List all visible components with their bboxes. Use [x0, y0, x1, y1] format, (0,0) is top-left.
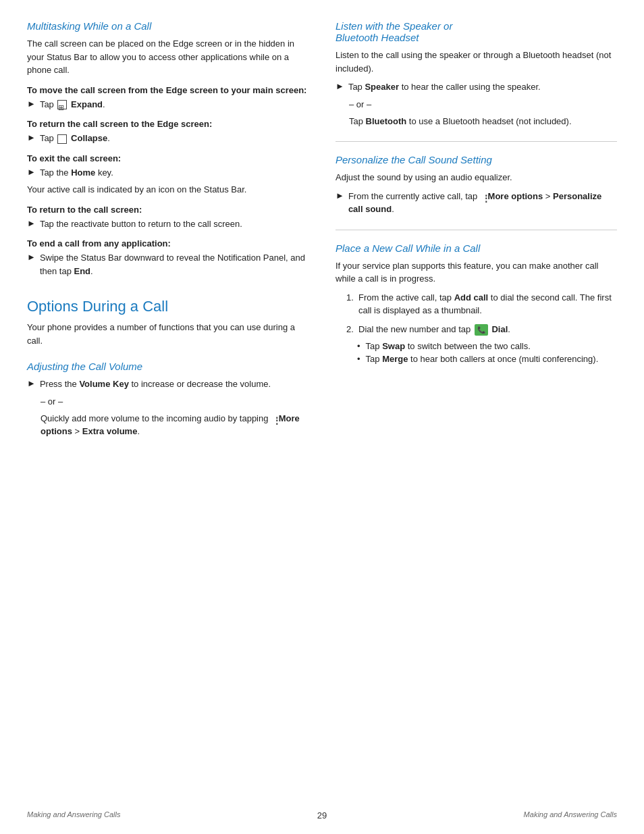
divider-1 — [336, 141, 617, 142]
section-options-header: Options During a Call Your phone provide… — [27, 298, 308, 347]
expand-text: Tap Expand. — [40, 98, 308, 111]
arrow-icon-7: ► — [336, 81, 344, 91]
arrow-icon-4: ► — [27, 218, 36, 228]
home-text: Tap the Home key. — [40, 166, 308, 180]
divider-2 — [336, 230, 617, 230]
swipe-text: Swipe the Status Bar downward to reveal … — [40, 251, 308, 278]
reactivate-text: Tap the reactivate button to return to t… — [40, 217, 308, 231]
adjust-volume-title: Adjusting the Call Volume — [27, 361, 308, 372]
numbered-item-2: 2. Dial the new number and tap 📞 Dial. — [346, 323, 617, 336]
section-speaker: Listen with the Speaker or Bluetooth Hea… — [336, 20, 617, 128]
options-intro: Your phone provides a number of function… — [27, 321, 308, 347]
label-return-call: To return to the call screen: — [27, 205, 308, 215]
swap-text: Tap Swap to switch between the two calls… — [366, 341, 531, 351]
section-place-new-call: Place a New Call While in a Call If your… — [336, 242, 617, 365]
label-return-edge: To return the call screen to the Edge sc… — [27, 119, 308, 129]
bullet-expand: ► Tap Expand. — [27, 98, 308, 111]
extra-volume-para: Quickly add more volume to the incoming … — [41, 412, 308, 438]
options-title: Options During a Call — [27, 298, 308, 315]
bluetooth-text: Tap Bluetooth to use a Bluetooth headset… — [349, 115, 617, 128]
dot-icon-2: • — [357, 354, 360, 364]
dot-icon-1: • — [357, 341, 360, 351]
more-options-icon-2 — [481, 192, 484, 201]
dial-icon: 📞 — [475, 324, 488, 336]
label-move-call: To move the call screen from the Edge sc… — [27, 85, 308, 95]
speaker-or-line: – or – — [349, 99, 617, 109]
num-text-1: From the active call, tap Add call to di… — [358, 291, 617, 317]
arrow-icon-2: ► — [27, 132, 36, 142]
right-column: Listen with the Speaker or Bluetooth Hea… — [336, 20, 617, 452]
bullet-personalize: ► From the currently active call, tap Mo… — [336, 190, 617, 216]
bullet-reactivate: ► Tap the reactivate button to return to… — [27, 217, 308, 231]
bullet-speaker: ► Tap Speaker to hear the caller using t… — [336, 80, 617, 94]
section-adjust-volume: Adjusting the Call Volume ► Press the Vo… — [27, 361, 308, 438]
left-column: Multitasking While on a Call The call sc… — [27, 20, 308, 452]
expand-icon — [57, 100, 67, 109]
footer-right: Making and Answering Calls — [524, 810, 617, 820]
numbered-list: 1. From the active call, tap Add call to… — [346, 291, 617, 365]
footer-page-number: 29 — [317, 810, 327, 820]
num-label-1: 1. — [346, 291, 358, 317]
personalize-title: Personalize the Call Sound Setting — [336, 154, 617, 165]
bullet-collapse: ► Tap Collapse. — [27, 132, 308, 145]
merge-text: Tap Merge to hear both callers at once (… — [366, 354, 599, 364]
speaker-text: Tap Speaker to hear the caller using the… — [348, 80, 617, 94]
sub-bullet-swap: • Tap Swap to switch between the two cal… — [357, 341, 617, 351]
bullet-home: ► Tap the Home key. — [27, 166, 308, 180]
section-multitasking: Multitasking While on a Call The call sc… — [27, 20, 308, 278]
sub-bullet-merge: • Tap Merge to hear both callers at once… — [357, 354, 617, 364]
arrow-icon-5: ► — [27, 252, 36, 262]
volume-or-line: – or – — [41, 396, 308, 407]
section-personalize: Personalize the Call Sound Setting Adjus… — [336, 154, 617, 216]
new-call-intro: If your service plan supports this featu… — [336, 259, 617, 286]
more-options-icon — [272, 414, 275, 423]
label-exit-call: To exit the call screen: — [27, 153, 308, 163]
personalize-text: From the currently active call, tap More… — [348, 190, 617, 216]
bullet-volume-key: ► Press the Volume Key to increase or de… — [27, 377, 308, 391]
num-text-2: Dial the new number and tap 📞 Dial. — [358, 323, 510, 336]
arrow-icon-3: ► — [27, 167, 36, 177]
numbered-item-1: 1. From the active call, tap Add call to… — [346, 291, 617, 317]
speaker-intro: Listen to the call using the speaker or … — [336, 49, 617, 75]
footer-left: Making and Answering Calls — [27, 810, 120, 820]
active-call-para: Your active call is indicated by an icon… — [27, 183, 308, 197]
page-footer: Making and Answering Calls 29 Making and… — [0, 810, 644, 820]
num-label-2: 2. — [346, 323, 358, 336]
multitasking-intro: The call screen can be placed on the Edg… — [27, 37, 308, 77]
volume-key-text: Press the Volume Key to increase or decr… — [40, 377, 308, 391]
speaker-title: Listen with the Speaker or Bluetooth Hea… — [336, 20, 617, 43]
label-end-call: To end a call from any application: — [27, 238, 308, 249]
bullet-swipe: ► Swipe the Status Bar downward to revea… — [27, 251, 308, 278]
personalize-intro: Adjust the sound by using an audio equal… — [336, 171, 617, 184]
collapse-icon — [57, 134, 67, 144]
multitasking-title: Multitasking While on a Call — [27, 20, 308, 32]
collapse-text: Tap Collapse. — [40, 132, 308, 145]
new-call-title: Place a New Call While in a Call — [336, 242, 617, 254]
arrow-icon: ► — [27, 99, 36, 109]
arrow-icon-8: ► — [336, 190, 344, 201]
arrow-icon-6: ► — [27, 378, 36, 388]
